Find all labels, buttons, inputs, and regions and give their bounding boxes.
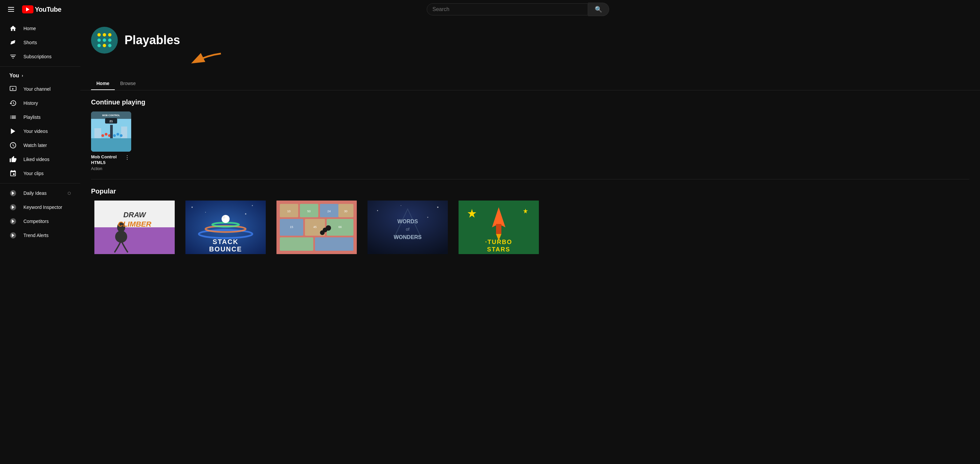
videos-icon [10,128,17,135]
yt-icon [22,5,33,13]
tab-home[interactable]: Home [91,77,115,90]
svg-text:WONDERS: WONDERS [394,234,422,240]
sidebar-item-liked-videos[interactable]: Liked videos [3,152,78,166]
sidebar-item-your-channel[interactable]: Your channel [3,82,78,96]
svg-text:DRAW: DRAW [123,210,146,219]
sidebar-item-watch-later[interactable]: Watch later [3,138,78,152]
search-button[interactable]: 🔍 [588,3,609,16]
youtube-logo[interactable]: YouTube [22,5,61,13]
sidebar-item-competitors[interactable]: Competitors [3,214,78,228]
sidebar-item-keyword-inspector[interactable]: Keyword Inspector [3,200,78,214]
sidebar-item-home[interactable]: Home [3,21,78,35]
svg-point-18 [113,134,116,137]
keyword-inspector-icon [10,204,17,211]
sidebar-item-trend-alerts[interactable]: Trend Alerts [3,228,78,242]
svg-rect-12 [91,138,131,151]
dot-4 [97,38,101,42]
turbo-stars-thumb: ·TURBO STARS [455,201,542,254]
watch-later-icon [10,142,17,149]
search-icon: 🔍 [595,6,602,13]
svg-text:STARS: STARS [487,246,511,253]
svg-rect-13 [94,128,101,138]
game-card-turbo-stars[interactable]: ·TURBO STARS [455,201,542,254]
channel-icon [10,85,17,93]
home-icon [10,25,17,32]
sidebar-item-label: Trend Alerts [24,233,49,238]
main-content: Playables Home Browse Continue playing [80,19,980,464]
shorts-icon [10,39,17,46]
sidebar-item-shorts[interactable]: Shorts [3,35,78,49]
dot-2 [103,33,106,37]
svg-text:24: 24 [327,210,331,213]
svg-rect-21 [110,125,113,138]
sidebar-item-subscriptions[interactable]: Subscriptions [3,49,78,64]
playlists-icon [10,113,17,121]
search-input[interactable] [427,4,588,15]
svg-point-40 [221,215,230,223]
sidebar-item-label: Your videos [24,129,48,134]
mob-control-genre: Action [91,166,117,171]
sidebar-item-label: Watch later [24,143,47,148]
svg-text:MOB CONTROL: MOB CONTROL [102,114,121,116]
sidebar-item-label: Keyword Inspector [24,204,62,210]
clips-icon [10,170,17,177]
svg-rect-77 [496,224,501,234]
svg-text:of: of [406,226,410,232]
dot-6 [108,38,111,42]
sidebar-item-label: Daily Ideas [24,190,46,196]
svg-point-35 [205,212,206,212]
svg-point-36 [245,213,247,215]
you-label: You [10,73,19,79]
trend-alerts-icon [10,232,17,239]
svg-point-41 [223,216,225,218]
sidebar-item-label: Playlists [24,115,40,120]
channel-title: Playables [124,33,180,47]
you-section[interactable]: You › [3,69,78,82]
sidebar-item-label: Home [24,26,36,31]
mob-control-details: Mob Control HTML5 Action [91,154,117,171]
svg-point-20 [120,134,123,137]
svg-text:CLIMBER: CLIMBER [118,220,151,228]
sidebar: Home Shorts Subscriptions You › Your cha… [0,19,80,464]
svg-point-15 [102,134,104,137]
game-card-mob-control[interactable]: 21 MOB CONTROL Mob Control HTML5 Action [91,112,131,171]
mob-control-thumbnail: 21 MOB CONTROL [91,112,131,151]
game-card-map-game[interactable]: 10 50 24 30 15 45 66 [273,201,360,254]
external-link-icon: ⬡ [68,191,71,196]
tab-browse[interactable]: Browse [115,77,141,90]
mob-control-info: Mob Control HTML5 Action ⋮ [91,154,131,171]
sidebar-item-label: Liked videos [24,157,49,162]
svg-point-68 [427,217,428,218]
daily-ideas-icon [10,190,17,197]
svg-point-56 [320,230,325,235]
subscriptions-icon [10,53,17,60]
mob-control-name: Mob Control HTML5 [91,154,117,166]
game-card-stack-bounce[interactable]: STACK BOUNCE [182,201,269,254]
header: YouTube 🔍 [0,0,980,19]
menu-button[interactable] [5,4,17,14]
sidebar-divider-1 [0,66,80,67]
dot-9 [108,44,111,47]
sidebar-item-label: Your clips [24,171,43,176]
sidebar-item-daily-ideas[interactable]: Daily Ideas ⬡ [3,186,78,200]
svg-rect-53 [315,238,353,251]
svg-text:WORDS: WORDS [397,218,418,224]
search-area: 🔍 [427,3,609,16]
svg-point-16 [105,133,107,136]
mob-control-more-button[interactable]: ⋮ [123,154,131,161]
sidebar-item-your-videos[interactable]: Your videos [3,124,78,138]
sidebar-item-label: Competitors [24,218,49,224]
stack-bounce-thumb: STACK BOUNCE [182,201,269,254]
orange-arrow-annotation [174,50,228,70]
sidebar-item-your-clips[interactable]: Your clips [3,166,78,180]
svg-point-33 [191,207,193,208]
mob-control-scene: 21 MOB CONTROL [91,112,131,151]
sidebar-item-label: History [24,100,38,106]
game-card-words-of-wonders[interactable]: WORDS of WONDERS [364,201,451,254]
svg-point-66 [437,207,439,208]
sidebar-item-playlists[interactable]: Playlists [3,110,78,124]
game-card-draw-climber[interactable]: DRAW CLIMBER [91,201,178,254]
popular-games-row: DRAW CLIMBER [91,201,969,254]
sidebar-item-history[interactable]: History [3,96,78,110]
svg-text:·TURBO: ·TURBO [485,239,512,246]
